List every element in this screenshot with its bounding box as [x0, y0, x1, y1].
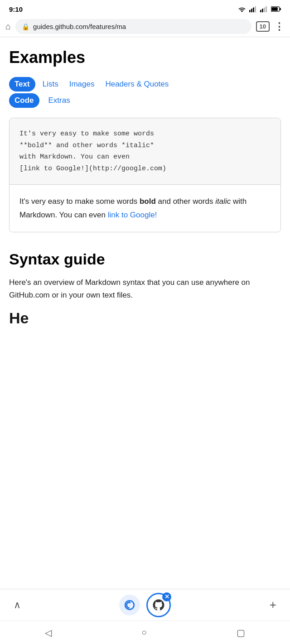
preview-bold: bold [140, 197, 156, 206]
svg-rect-10 [280, 8, 281, 10]
address-bar[interactable]: 🔒 guides.github.com/features/ma [15, 19, 251, 34]
android-nav: ◁ ○ ▢ [0, 620, 290, 644]
partial-heading: He [9, 309, 281, 332]
home-icon[interactable]: ⌂ [5, 21, 11, 32]
tab-headers-quotes[interactable]: Headers & Quotes [100, 77, 174, 91]
browser-icon-button[interactable] [119, 595, 140, 615]
code-text: It's very easy to make some words**bold*… [19, 130, 166, 173]
refresh-icon [124, 599, 135, 611]
bottom-toolbar: ∧ ✕ + [0, 589, 290, 620]
add-tab-button[interactable]: + [270, 598, 276, 612]
svg-rect-9 [271, 7, 278, 11]
svg-rect-4 [260, 10, 261, 12]
tab-count[interactable]: 10 [256, 21, 270, 32]
android-recents-button[interactable]: ▢ [237, 627, 245, 638]
preview-text: It's very easy to make some words bold a… [19, 197, 246, 219]
page-title: Examples [9, 48, 281, 67]
preview-section: It's very easy to make some words bold a… [10, 185, 280, 232]
android-home-button[interactable]: ○ [141, 627, 147, 638]
address-text: guides.github.com/features/ma [33, 23, 245, 30]
back-button[interactable]: ∧ [14, 599, 21, 611]
status-icons [237, 5, 281, 13]
android-back-button[interactable]: ◁ [45, 627, 52, 638]
svg-rect-0 [249, 10, 251, 12]
preview-link[interactable]: link to Google! [108, 211, 157, 219]
battery-icon [271, 6, 281, 12]
signal-icon [249, 5, 257, 13]
svg-rect-6 [264, 7, 265, 12]
svg-rect-7 [266, 6, 267, 13]
svg-rect-1 [251, 9, 252, 12]
tabs-container: Text Lists Images Headers & Quotes Code … [9, 77, 281, 108]
page-content: Examples Text Lists Images Headers & Quo… [0, 37, 290, 332]
tab-code[interactable]: Code [9, 93, 39, 108]
tab-text[interactable]: Text [9, 77, 35, 91]
menu-dots[interactable]: ⋮ [274, 21, 285, 33]
syntax-guide-title: Syntax guide [9, 250, 281, 268]
syntax-guide-desc: Here's an overview of Markdown syntax th… [9, 276, 281, 303]
lock-icon: 🔒 [22, 23, 29, 30]
tab-extras[interactable]: Extras [43, 93, 76, 108]
tab-images[interactable]: Images [64, 77, 100, 91]
signal2-icon [260, 5, 268, 13]
example-box: It's very easy to make some words**bold*… [9, 118, 281, 232]
tab-lists[interactable]: Lists [37, 77, 64, 91]
github-icon-button[interactable]: ✕ [146, 593, 171, 617]
wifi-icon [237, 5, 246, 13]
svg-rect-2 [253, 7, 254, 12]
status-time: 9:10 [9, 5, 23, 13]
status-bar: 9:10 [0, 0, 290, 16]
toolbar-center-icons: ✕ [119, 593, 171, 617]
svg-rect-5 [262, 9, 263, 12]
tabs-row-2: Code Extras [9, 93, 281, 108]
preview-italic: italic [215, 197, 231, 206]
close-badge[interactable]: ✕ [162, 592, 171, 601]
code-section: It's very easy to make some words**bold*… [10, 118, 280, 185]
address-bar-container: ⌂ 🔒 guides.github.com/features/ma 10 ⋮ [0, 16, 290, 37]
svg-rect-3 [255, 6, 256, 13]
